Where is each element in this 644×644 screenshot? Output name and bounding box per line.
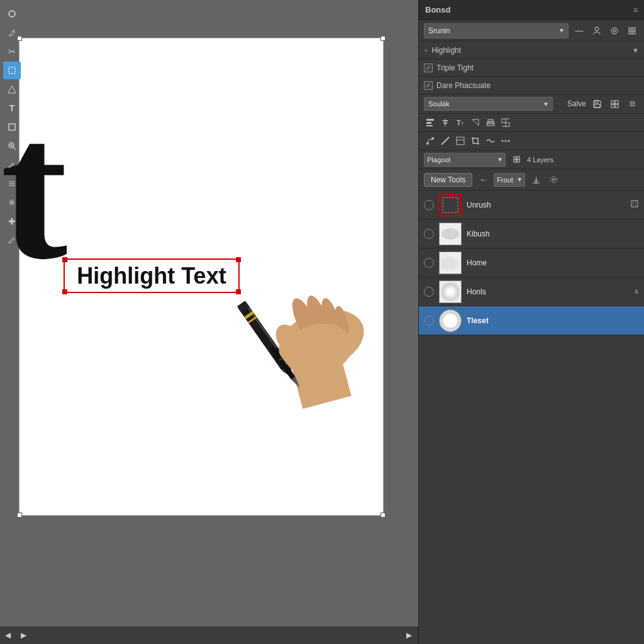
tool-btn-scissors[interactable]: ✂ bbox=[3, 43, 21, 60]
crop-icon[interactable] bbox=[469, 135, 482, 147]
triple-tight-label: Triple Tight bbox=[436, 64, 639, 72]
toolbar-icons-row2 bbox=[419, 132, 644, 150]
wave-icon[interactable] bbox=[484, 135, 497, 147]
highlight-toggle[interactable]: ▼ bbox=[632, 47, 639, 54]
layer-item-honls[interactable]: Honls ∧ bbox=[419, 277, 644, 306]
settings-icon[interactable] bbox=[547, 173, 560, 187]
highlight-label: Highlight bbox=[431, 46, 628, 55]
svg-rect-74 bbox=[514, 160, 516, 162]
layer-thumb-kibush bbox=[439, 223, 462, 245]
node-icon[interactable] bbox=[424, 135, 436, 147]
layer-visibility-honls[interactable] bbox=[424, 287, 434, 297]
triple-tight-row: ✓ Triple Tight bbox=[419, 59, 644, 77]
panel-header: Bonsd ≡ bbox=[419, 0, 644, 20]
tool-btn-text[interactable]: T bbox=[3, 99, 21, 117]
dare-phacsuate-row: ✓ Dare Phacsuate bbox=[419, 77, 644, 94]
tool-btn-levels[interactable] bbox=[3, 175, 21, 192]
layer-item-kibush[interactable]: Kibush bbox=[419, 219, 644, 248]
warp-icon[interactable] bbox=[454, 135, 467, 147]
dare-phacsuate-checkbox[interactable]: ✓ bbox=[424, 81, 433, 90]
svg-point-34 bbox=[611, 28, 618, 34]
layer-visibility-tleset[interactable] bbox=[424, 316, 434, 326]
svg-rect-50 bbox=[426, 119, 434, 121]
svg-point-79 bbox=[550, 177, 557, 183]
layers-icon-btn[interactable] bbox=[509, 153, 523, 167]
highlight-collapse-btn[interactable]: + bbox=[424, 47, 428, 54]
svg-rect-6 bbox=[9, 67, 15, 74]
honls-chevron[interactable]: ∧ bbox=[634, 287, 639, 296]
layer-item-tleset[interactable]: Tleset bbox=[419, 306, 644, 335]
highlight-section-row: + Highlight ▼ bbox=[419, 42, 644, 59]
canvas-document: t Highlight Text bbox=[19, 38, 384, 516]
canvas-area: ✂ T bbox=[0, 0, 418, 644]
svg-marker-7 bbox=[8, 86, 16, 93]
panel-header-icons: ≡ bbox=[633, 6, 638, 14]
layer-item-home[interactable]: Home bbox=[419, 248, 644, 277]
source-inner-select[interactable]: Soulák bbox=[424, 97, 553, 111]
tool-btn-pencil[interactable] bbox=[3, 231, 21, 249]
align-center-icon[interactable] bbox=[439, 116, 452, 129]
dots-icon[interactable] bbox=[499, 135, 512, 147]
selection-handle-bl[interactable] bbox=[62, 289, 67, 294]
tool-btn-cross[interactable]: ✚ bbox=[3, 213, 21, 230]
panel-icon-circle[interactable] bbox=[608, 24, 621, 38]
layer-thumb-honls bbox=[439, 280, 462, 303]
handle-br[interactable] bbox=[380, 513, 386, 518]
layer-thumb-home bbox=[439, 252, 462, 274]
dare-phacsuate-label: Dare Phacsuate bbox=[436, 81, 639, 90]
save-icon-btn[interactable] bbox=[590, 97, 604, 111]
triple-tight-checkbox[interactable]: ✓ bbox=[424, 64, 433, 72]
layer-name-kibush: Kibush bbox=[467, 230, 639, 238]
bottom-right-arrow[interactable]: ▶ bbox=[399, 626, 418, 644]
panel-icon-person[interactable] bbox=[590, 24, 604, 38]
source-select[interactable]: Srunin bbox=[424, 23, 569, 38]
svg-rect-81 bbox=[631, 201, 638, 207]
tool-btn-cursor[interactable] bbox=[3, 5, 21, 23]
merge-icon[interactable] bbox=[499, 116, 512, 129]
tool-btn-rect[interactable] bbox=[3, 118, 21, 136]
handle-tr[interactable] bbox=[380, 36, 386, 41]
panel-icon-dash[interactable]: — bbox=[572, 24, 586, 38]
source-save-row: Soulák ▼ · Salve bbox=[419, 94, 644, 114]
layers-select[interactable]: Plagoot bbox=[424, 153, 506, 167]
download-icon[interactable] bbox=[529, 173, 543, 187]
text-size-icon[interactable]: T T bbox=[454, 116, 467, 129]
separator-dot: · bbox=[559, 100, 561, 108]
right-panel: Bonsd ≡ Srunin ▼ — bbox=[418, 0, 644, 644]
layer-name-home: Home bbox=[467, 258, 639, 267]
tool-btn-brush[interactable] bbox=[3, 156, 21, 174]
panel-icon-grid[interactable] bbox=[625, 24, 639, 38]
tool-btn-star[interactable]: ✳ bbox=[3, 194, 21, 211]
list-icon-btn[interactable] bbox=[625, 97, 639, 111]
layer-visibility-unrush[interactable] bbox=[424, 200, 434, 210]
layers-stack-icon[interactable] bbox=[484, 116, 497, 129]
tool-btn-select[interactable] bbox=[3, 62, 21, 79]
new-tools-button[interactable]: New Tools bbox=[424, 173, 472, 187]
transform-icon[interactable] bbox=[469, 116, 482, 129]
selection-handle-tl[interactable] bbox=[62, 257, 67, 262]
tool-btn-zoom[interactable] bbox=[3, 137, 21, 155]
frout-select[interactable]: Frout bbox=[494, 173, 525, 187]
tool-btn-shape[interactable] bbox=[3, 80, 21, 98]
svg-point-70 bbox=[505, 140, 507, 142]
svg-line-67 bbox=[441, 137, 449, 145]
layer-options-unrush[interactable] bbox=[630, 199, 639, 210]
layer-visibility-home[interactable] bbox=[424, 258, 434, 268]
more-icon-btn[interactable] bbox=[608, 97, 621, 111]
layers-header: Plagoot ▼ 4 Layers bbox=[419, 150, 644, 169]
panel-menu-icon[interactable]: ≡ bbox=[633, 6, 638, 14]
layer-visibility-kibush[interactable] bbox=[424, 229, 434, 239]
svg-rect-51 bbox=[426, 122, 431, 124]
svg-point-35 bbox=[613, 30, 616, 32]
arrow-left-icon[interactable]: ← bbox=[476, 173, 490, 187]
line-icon[interactable] bbox=[439, 135, 452, 147]
new-tools-bar: New Tools ← Frout ▼ bbox=[419, 169, 644, 191]
layer-item-unrush[interactable]: Unrush bbox=[419, 191, 644, 219]
layer-thumb-tleset bbox=[439, 309, 462, 332]
tool-btn-pen[interactable] bbox=[3, 24, 21, 42]
svg-rect-8 bbox=[9, 124, 15, 130]
align-left-icon[interactable] bbox=[424, 116, 436, 129]
svg-line-10 bbox=[13, 147, 16, 150]
save-label[interactable]: Salve bbox=[567, 99, 586, 108]
svg-rect-43 bbox=[611, 101, 614, 104]
